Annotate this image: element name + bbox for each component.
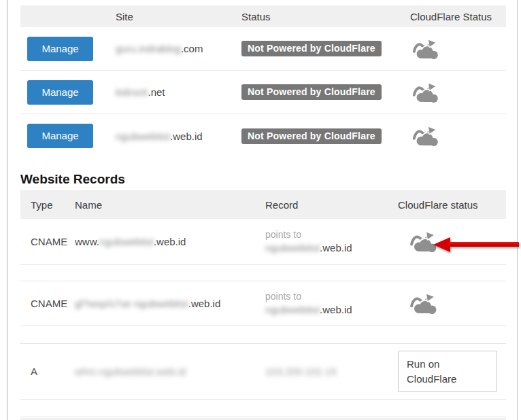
site-domain: guru.indrablog.com bbox=[116, 43, 241, 54]
sites-header-status: Status bbox=[241, 11, 410, 22]
cloudflare-cloud-icon bbox=[413, 39, 441, 59]
record-row: A whm.ngubwebtist.web.id 103.200.102.19 … bbox=[20, 344, 506, 400]
site-domain-blurred: guru.indrablog bbox=[116, 43, 181, 54]
sites-header-site: Site bbox=[116, 11, 241, 22]
status-badge: Not Powered by CloudFlare bbox=[241, 84, 382, 100]
sites-header-cloudflare-status: CloudFlare Status bbox=[410, 11, 506, 22]
record-value: points to ngubwebtist.web.id bbox=[265, 228, 398, 255]
record-value: points to ngubwebtist.web.id bbox=[265, 290, 398, 317]
status-badge: Not Powered by CloudFlare bbox=[241, 41, 382, 56]
cloudflare-cloud-icon bbox=[413, 82, 441, 103]
row-spacer bbox=[20, 326, 506, 344]
record-name: www.ngubwebtist.web.id bbox=[75, 236, 265, 247]
record-ip-blurred: 103.200.102.19 bbox=[265, 366, 336, 377]
record-type: CNAME bbox=[20, 298, 75, 309]
panel-right-border bbox=[517, 0, 518, 420]
site-domain: kidrock.net bbox=[116, 86, 241, 98]
site-domain-tld: .net bbox=[148, 86, 165, 98]
record-row: CNAME gl?wxp/s7se ngubwebtist.web.id poi… bbox=[20, 281, 506, 326]
cloudflare-cloud-icon[interactable] bbox=[410, 293, 439, 314]
records-header-record: Record bbox=[265, 199, 398, 211]
cloudflare-cloud-icon bbox=[413, 126, 441, 146]
record-type: CNAME bbox=[20, 236, 75, 247]
status-badge: Not Powered by CloudFlare bbox=[241, 128, 382, 144]
panel-left-border bbox=[7, 0, 7, 420]
records-header-type: Type bbox=[20, 199, 75, 211]
record-name-blurred: whm.ngubwebtist.web.id bbox=[75, 366, 186, 377]
points-to-label: points to bbox=[265, 228, 398, 241]
records-table-header: Type Name Record CloudFlare status bbox=[20, 190, 506, 219]
manage-button[interactable]: Manage bbox=[27, 80, 93, 105]
manage-button[interactable]: Manage bbox=[27, 124, 93, 148]
run-on-cloudflare-button[interactable]: Run on CloudFlare bbox=[398, 351, 497, 393]
record-name: whm.ngubwebtist.web.id bbox=[75, 366, 265, 377]
site-domain-blurred: kidrock bbox=[116, 86, 148, 98]
points-to-label: points to bbox=[265, 290, 398, 303]
record-name: gl?wxp/s7se ngubwebtist.web.id bbox=[75, 298, 265, 309]
site-domain: ngubwebtist.web.id bbox=[116, 130, 241, 142]
records-header-name: Name bbox=[75, 199, 265, 211]
site-row: Manage guru.indrablog.com Not Powered by… bbox=[20, 27, 506, 71]
record-type: A bbox=[20, 366, 75, 377]
record-target-blurred: ngubwebtist bbox=[265, 304, 320, 315]
panel-content: Site Status CloudFlare Status Manage gur… bbox=[20, 0, 506, 420]
cloudflare-cloud-icon[interactable] bbox=[410, 231, 439, 252]
site-domain-tld: .web.id bbox=[170, 130, 203, 142]
website-records-title: Website Records bbox=[20, 172, 506, 190]
record-row: CNAME www.ngubwebtist.web.id points to n… bbox=[20, 219, 506, 265]
sites-table-header: Site Status CloudFlare Status bbox=[20, 5, 506, 27]
record-target-blurred: ngubwebtist bbox=[265, 242, 320, 253]
records-header-cloudflare-status: CloudFlare status bbox=[398, 199, 506, 211]
row-spacer bbox=[20, 400, 506, 417]
row-spacer bbox=[20, 265, 506, 281]
site-domain-tld: .com bbox=[181, 43, 203, 54]
site-row: Manage ngubwebtist.web.id Not Powered by… bbox=[20, 114, 506, 158]
manage-button[interactable]: Manage bbox=[27, 37, 93, 61]
site-row: Manage kidrock.net Not Powered by CloudF… bbox=[20, 71, 506, 114]
record-value: 103.200.102.19 bbox=[265, 366, 398, 378]
record-name-blurred: ngubwebtist bbox=[99, 236, 154, 247]
record-name-blurred: gl?wxp/s7se ngubwebtist bbox=[75, 298, 188, 309]
site-domain-blurred: ngubwebtist bbox=[116, 130, 170, 142]
